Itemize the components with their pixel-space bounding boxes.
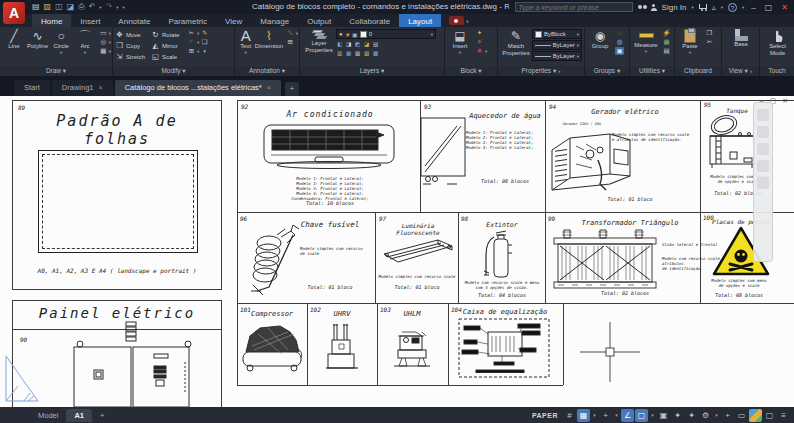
panel-label-layers[interactable]: Layers ▾ <box>300 66 444 76</box>
arc-button[interactable]: ⌒Arc▾ <box>73 29 97 56</box>
close-tab-icon[interactable]: × <box>99 80 103 96</box>
insert-button[interactable]: ⬓Insert▾ <box>447 29 473 56</box>
array-tool-icon[interactable]: ⊞ <box>187 47 196 55</box>
doc-close-icon[interactable]: ✕ <box>782 97 788 105</box>
close-button[interactable]: ✕ <box>779 3 790 12</box>
layer-freeze-icon[interactable]: ◩ <box>354 41 361 48</box>
tab-home[interactable]: Home <box>32 14 71 27</box>
layer-prev-icon[interactable]: ▥ <box>336 50 343 57</box>
layer-lock-tool-icon[interactable]: ◪ <box>363 41 370 48</box>
rotate-button[interactable]: ↻Rotate <box>151 29 185 40</box>
group-select-icon[interactable]: ▣ <box>615 47 624 55</box>
copy-button[interactable]: ❐Copy <box>115 40 149 51</box>
layer-match-icon[interactable]: ▤ <box>372 41 379 48</box>
tab-annotate[interactable]: Annotate <box>109 14 159 27</box>
ribbon-options-icon[interactable] <box>449 16 464 25</box>
panel-label-touch[interactable]: Touch <box>760 66 794 76</box>
layer-unlock-icon[interactable]: ▩ <box>372 50 379 57</box>
app-store-icon[interactable] <box>699 4 707 9</box>
quick-properties-icon[interactable]: ▭ <box>735 409 748 422</box>
graphics-performance-icon[interactable] <box>749 409 762 422</box>
tab-insert[interactable]: Insert <box>71 14 109 27</box>
annotation-monitor-icon[interactable]: + <box>721 409 734 422</box>
osnap-caret-icon[interactable]: ▾ <box>649 409 656 422</box>
close-tab-icon[interactable]: × <box>267 80 271 96</box>
ellipse-tool-icon[interactable]: ◎ <box>99 38 108 46</box>
quick-select-icon[interactable]: ⚡ <box>662 29 671 37</box>
autodesk-app-icon[interactable]: ▵ <box>712 3 716 12</box>
dimension-button[interactable]: ⌇Dimension <box>254 29 283 50</box>
model-tab[interactable]: Model <box>30 409 66 422</box>
new-tab-button[interactable]: + <box>285 82 299 96</box>
edit-block-icon[interactable]: ✧ <box>475 38 484 46</box>
sign-in-icon[interactable] <box>651 4 657 10</box>
panel-label-groups[interactable]: Groups ▾ <box>585 66 629 76</box>
color-dropdown[interactable]: ByBlock▾ <box>532 29 582 39</box>
ortho-mode-icon[interactable]: + <box>599 409 612 422</box>
application-menu-button[interactable]: A <box>3 2 25 24</box>
offset-tool-icon[interactable]: ◖ <box>200 47 209 55</box>
zoom-extents-icon[interactable] <box>757 143 769 155</box>
layer-off-icon[interactable]: ◧ <box>336 41 343 48</box>
layer-delete-icon[interactable]: ▨ <box>363 50 370 57</box>
linetype-dropdown[interactable]: ByLayer▾ <box>532 51 582 61</box>
clean-screen-icon[interactable]: ▢ <box>763 409 776 422</box>
polyline-button[interactable]: ∿Polyline <box>26 29 50 50</box>
panel-label-block[interactable]: Block ▾ <box>445 66 497 76</box>
layer-dropdown[interactable]: ● ☀ ▣ 0 ▾ <box>336 29 436 39</box>
ribbon-options-caret-icon[interactable]: ▾ <box>466 19 468 24</box>
snap-caret-icon[interactable]: ▾ <box>591 409 598 422</box>
search-icon[interactable] <box>638 5 642 9</box>
customization-menu-icon[interactable]: ≡ <box>777 409 790 422</box>
leader-tool-icon[interactable]: ⟍ <box>286 29 295 37</box>
copy-clip-icon[interactable]: ❐ <box>705 29 714 37</box>
file-tab-catalogo[interactable]: Catálogo de blocos ...stalações elétrica… <box>115 80 281 96</box>
tab-view[interactable]: View <box>216 14 251 27</box>
hatch-tool-icon[interactable]: ▦ <box>99 47 108 55</box>
tab-output[interactable]: Output <box>298 14 340 27</box>
layout-tab-a1[interactable]: A1 <box>66 409 92 422</box>
group-button[interactable]: ◉Group <box>587 29 613 50</box>
snap-mode-icon[interactable]: ▦ <box>577 409 590 422</box>
text-button[interactable]: AText▾ <box>237 29 254 56</box>
new-layout-button[interactable]: + <box>92 409 112 422</box>
cut-clip-icon[interactable]: ✂ <box>705 38 714 46</box>
layer-merge-icon[interactable]: ▧ <box>354 50 361 57</box>
sign-in-label[interactable]: Sign In <box>662 3 687 12</box>
layer-properties-button[interactable]: Layer Properties <box>302 29 336 53</box>
grid-display-icon[interactable]: # <box>563 409 576 422</box>
base-button[interactable]: Base <box>727 29 755 48</box>
showmotion-icon[interactable] <box>757 177 769 189</box>
lineweight-dropdown[interactable]: ByLayer▾ <box>532 40 582 50</box>
match-properties-button[interactable]: ✎Match Properties <box>500 29 532 56</box>
rectangle-tool-icon[interactable]: ▭ <box>99 29 108 37</box>
pan-icon[interactable] <box>757 126 769 138</box>
tab-manage[interactable]: Manage <box>251 14 298 27</box>
drawing-canvas[interactable]: – ▢ ✕ 89 Padrão A de folhas A0, A1, A2, … <box>0 96 794 407</box>
orbit-icon[interactable] <box>757 160 769 172</box>
workspace-caret-icon[interactable]: ▾ <box>713 409 720 422</box>
paper-space-label[interactable]: PAPER <box>532 412 558 419</box>
file-tab-drawing1[interactable]: Drawing1× <box>52 80 113 96</box>
panel-label-view[interactable]: View ▾ » <box>722 66 759 76</box>
paste-button[interactable]: Paste▾ <box>677 29 703 56</box>
mirror-button[interactable]: ◭Mirror <box>151 40 185 51</box>
panel-label-clipboard[interactable]: Clipboard <box>675 66 721 76</box>
annotation-scale-icon[interactable]: ✦ <box>685 409 698 422</box>
full-nav-wheel-icon[interactable] <box>757 109 769 121</box>
stretch-button[interactable]: ⇲Stretch <box>115 51 149 62</box>
apps-caret-icon[interactable]: ▾ <box>721 5 723 10</box>
quick-calc-icon[interactable]: ▦ <box>662 38 671 46</box>
workspace-switching-icon[interactable]: ⚙ <box>699 409 712 422</box>
panel-label-annotation[interactable]: Annotation ▾ <box>235 66 299 76</box>
file-tab-start[interactable]: Start <box>14 80 50 96</box>
fillet-tool-icon[interactable]: ◜ <box>187 38 196 46</box>
tab-collaborate[interactable]: Collaborate <box>340 14 399 27</box>
ungroup-icon[interactable]: ◌ <box>615 29 624 37</box>
tab-parametric[interactable]: Parametric <box>159 14 216 27</box>
sign-in-caret-icon[interactable]: ▾ <box>691 5 693 10</box>
panel-label-utilities[interactable]: Utilities ▾ <box>630 66 674 76</box>
explode-tool-icon[interactable]: ❏ <box>200 38 209 46</box>
attributes-icon[interactable]: ❖ <box>475 47 484 55</box>
layer-isolate-icon[interactable]: ◨ <box>345 41 352 48</box>
